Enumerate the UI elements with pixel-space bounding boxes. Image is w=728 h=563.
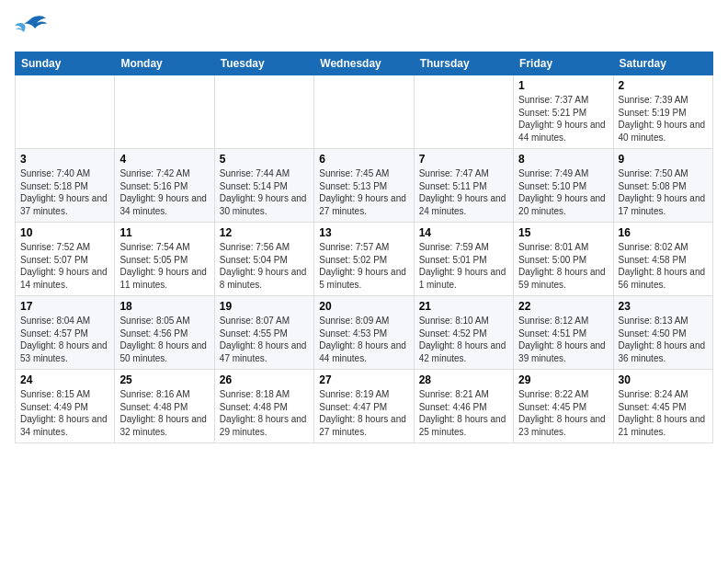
calendar-day-24: 24Sunrise: 8:15 AM Sunset: 4:49 PM Dayli… (16, 370, 115, 443)
day-number: 23 (619, 300, 708, 313)
calendar-week-row: 24Sunrise: 8:15 AM Sunset: 4:49 PM Dayli… (16, 370, 713, 443)
weekday-header-monday: Monday (115, 52, 214, 75)
day-info: Sunrise: 8:02 AM Sunset: 4:58 PM Dayligh… (619, 241, 708, 291)
day-info: Sunrise: 8:19 AM Sunset: 4:47 PM Dayligh… (319, 388, 408, 438)
day-info: Sunrise: 8:05 AM Sunset: 4:56 PM Dayligh… (119, 315, 209, 364)
calendar-day-10: 10Sunrise: 7:52 AM Sunset: 5:07 PM Dayli… (16, 223, 115, 296)
calendar-day-26: 26Sunrise: 8:18 AM Sunset: 4:48 PM Dayli… (214, 370, 313, 443)
day-number: 4 (119, 153, 209, 166)
calendar-day-9: 9Sunrise: 7:50 AM Sunset: 5:08 PM Daylig… (613, 149, 712, 223)
day-info: Sunrise: 7:47 AM Sunset: 5:11 PM Dayligh… (419, 167, 508, 217)
calendar-day-19: 19Sunrise: 8:07 AM Sunset: 4:55 PM Dayli… (214, 296, 313, 370)
day-number: 27 (319, 373, 408, 386)
calendar-day-empty (16, 75, 115, 149)
day-info: Sunrise: 8:24 AM Sunset: 4:45 PM Dayligh… (619, 388, 708, 438)
calendar-day-6: 6Sunrise: 7:45 AM Sunset: 5:13 PM Daylig… (314, 149, 414, 223)
day-info: Sunrise: 8:22 AM Sunset: 4:45 PM Dayligh… (518, 388, 608, 438)
weekday-header-tuesday: Tuesday (214, 52, 313, 75)
day-number: 14 (419, 226, 508, 239)
calendar-day-12: 12Sunrise: 7:56 AM Sunset: 5:04 PM Dayli… (214, 223, 313, 296)
calendar-day-7: 7Sunrise: 7:47 AM Sunset: 5:11 PM Daylig… (414, 149, 513, 223)
calendar-day-20: 20Sunrise: 8:09 AM Sunset: 4:53 PM Dayli… (314, 296, 414, 370)
day-number: 16 (619, 226, 708, 239)
day-number: 29 (518, 373, 608, 386)
weekday-header-thursday: Thursday (414, 52, 513, 75)
calendar-day-1: 1Sunrise: 7:37 AM Sunset: 5:21 PM Daylig… (514, 75, 613, 149)
day-number: 6 (319, 153, 408, 166)
calendar-day-empty (214, 75, 313, 149)
day-number: 22 (518, 300, 608, 313)
day-info: Sunrise: 7:49 AM Sunset: 5:10 PM Dayligh… (518, 167, 608, 217)
weekday-header-sunday: Sunday (16, 52, 115, 75)
day-number: 8 (518, 153, 608, 166)
day-info: Sunrise: 7:37 AM Sunset: 5:21 PM Dayligh… (518, 94, 608, 144)
day-number: 20 (319, 300, 408, 313)
day-info: Sunrise: 8:04 AM Sunset: 4:57 PM Dayligh… (20, 315, 109, 364)
weekday-header-saturday: Saturday (613, 52, 712, 75)
day-number: 1 (518, 79, 608, 92)
day-info: Sunrise: 7:50 AM Sunset: 5:08 PM Dayligh… (619, 167, 708, 217)
day-info: Sunrise: 8:09 AM Sunset: 4:53 PM Dayligh… (319, 315, 408, 364)
day-number: 13 (319, 226, 408, 239)
day-number: 5 (220, 153, 309, 166)
calendar-day-27: 27Sunrise: 8:19 AM Sunset: 4:47 PM Dayli… (314, 370, 414, 443)
calendar-day-2: 2Sunrise: 7:39 AM Sunset: 5:19 PM Daylig… (613, 75, 712, 149)
day-number: 26 (220, 373, 309, 386)
day-info: Sunrise: 8:21 AM Sunset: 4:46 PM Dayligh… (419, 388, 508, 438)
day-info: Sunrise: 7:42 AM Sunset: 5:16 PM Dayligh… (119, 167, 209, 217)
day-info: Sunrise: 7:52 AM Sunset: 5:07 PM Dayligh… (20, 241, 109, 291)
calendar-day-16: 16Sunrise: 8:02 AM Sunset: 4:58 PM Dayli… (613, 223, 712, 296)
day-number: 3 (20, 153, 109, 166)
day-number: 15 (518, 226, 608, 239)
calendar-day-21: 21Sunrise: 8:10 AM Sunset: 4:52 PM Dayli… (414, 296, 513, 370)
weekday-header-wednesday: Wednesday (314, 52, 414, 75)
day-info: Sunrise: 7:59 AM Sunset: 5:01 PM Dayligh… (419, 241, 508, 291)
day-number: 19 (220, 300, 309, 313)
calendar-day-30: 30Sunrise: 8:24 AM Sunset: 4:45 PM Dayli… (613, 370, 712, 443)
day-info: Sunrise: 7:40 AM Sunset: 5:18 PM Dayligh… (20, 167, 109, 217)
day-info: Sunrise: 7:45 AM Sunset: 5:13 PM Dayligh… (319, 167, 408, 217)
day-info: Sunrise: 7:56 AM Sunset: 5:04 PM Dayligh… (220, 241, 309, 291)
calendar-day-11: 11Sunrise: 7:54 AM Sunset: 5:05 PM Dayli… (115, 223, 214, 296)
day-info: Sunrise: 7:54 AM Sunset: 5:05 PM Dayligh… (119, 241, 209, 291)
calendar-day-empty (414, 75, 513, 149)
day-number: 2 (619, 79, 708, 92)
day-info: Sunrise: 8:13 AM Sunset: 4:50 PM Dayligh… (619, 315, 708, 364)
calendar-day-23: 23Sunrise: 8:13 AM Sunset: 4:50 PM Dayli… (613, 296, 712, 370)
calendar-day-5: 5Sunrise: 7:44 AM Sunset: 5:14 PM Daylig… (214, 149, 313, 223)
day-info: Sunrise: 8:16 AM Sunset: 4:48 PM Dayligh… (119, 388, 209, 438)
day-number: 18 (119, 300, 209, 313)
calendar-day-25: 25Sunrise: 8:16 AM Sunset: 4:48 PM Dayli… (115, 370, 214, 443)
calendar-day-17: 17Sunrise: 8:04 AM Sunset: 4:57 PM Dayli… (16, 296, 115, 370)
calendar-day-14: 14Sunrise: 7:59 AM Sunset: 5:01 PM Dayli… (414, 223, 513, 296)
day-number: 17 (20, 300, 109, 313)
day-info: Sunrise: 8:12 AM Sunset: 4:51 PM Dayligh… (518, 315, 608, 364)
calendar-day-3: 3Sunrise: 7:40 AM Sunset: 5:18 PM Daylig… (16, 149, 115, 223)
day-info: Sunrise: 8:01 AM Sunset: 5:00 PM Dayligh… (518, 241, 608, 291)
day-info: Sunrise: 8:18 AM Sunset: 4:48 PM Dayligh… (220, 388, 309, 438)
day-number: 9 (619, 153, 708, 166)
day-info: Sunrise: 8:07 AM Sunset: 4:55 PM Dayligh… (220, 315, 309, 364)
calendar-day-22: 22Sunrise: 8:12 AM Sunset: 4:51 PM Dayli… (514, 296, 613, 370)
calendar-day-empty (115, 75, 214, 149)
day-number: 21 (419, 300, 508, 313)
calendar-day-8: 8Sunrise: 7:49 AM Sunset: 5:10 PM Daylig… (514, 149, 613, 223)
day-info: Sunrise: 7:57 AM Sunset: 5:02 PM Dayligh… (319, 241, 408, 291)
weekday-header-friday: Friday (514, 52, 613, 75)
day-number: 11 (119, 226, 209, 239)
calendar-day-28: 28Sunrise: 8:21 AM Sunset: 4:46 PM Dayli… (414, 370, 513, 443)
calendar-day-13: 13Sunrise: 7:57 AM Sunset: 5:02 PM Dayli… (314, 223, 414, 296)
calendar-day-29: 29Sunrise: 8:22 AM Sunset: 4:45 PM Dayli… (514, 370, 613, 443)
day-number: 28 (419, 373, 508, 386)
calendar-week-row: 10Sunrise: 7:52 AM Sunset: 5:07 PM Dayli… (16, 223, 713, 296)
calendar-day-18: 18Sunrise: 8:05 AM Sunset: 4:56 PM Dayli… (115, 296, 214, 370)
day-info: Sunrise: 8:15 AM Sunset: 4:49 PM Dayligh… (20, 388, 109, 438)
calendar-week-row: 17Sunrise: 8:04 AM Sunset: 4:57 PM Dayli… (16, 296, 713, 370)
logo-bird-icon (15, 15, 48, 42)
day-info: Sunrise: 7:44 AM Sunset: 5:14 PM Dayligh… (220, 167, 309, 217)
calendar-week-row: 1Sunrise: 7:37 AM Sunset: 5:21 PM Daylig… (16, 75, 713, 149)
calendar-day-empty (314, 75, 414, 149)
day-info: Sunrise: 7:39 AM Sunset: 5:19 PM Dayligh… (619, 94, 708, 144)
day-info: Sunrise: 8:10 AM Sunset: 4:52 PM Dayligh… (419, 315, 508, 364)
day-number: 12 (220, 226, 309, 239)
